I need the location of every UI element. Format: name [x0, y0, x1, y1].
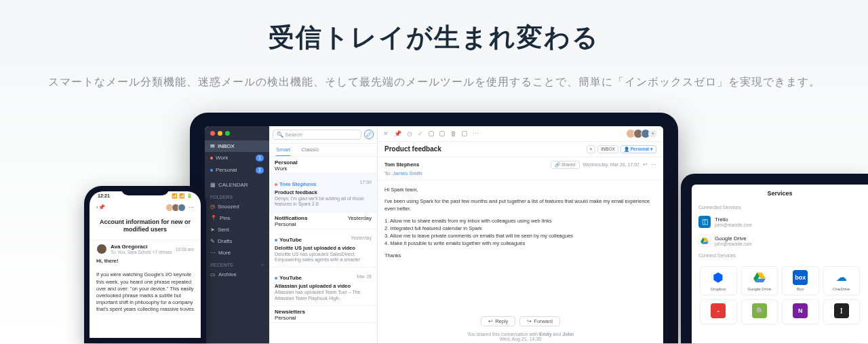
sidebar-snoozed[interactable]: ◷Snoozed — [205, 201, 269, 212]
draft-icon: ✎ — [210, 238, 215, 244]
remove-tag-button[interactable]: × — [587, 145, 596, 153]
sidebar-archive[interactable]: ▭Archive — [205, 269, 269, 280]
close-icon[interactable]: ✕ — [383, 130, 389, 137]
unread-dot-icon — [275, 277, 277, 280]
compose-button[interactable] — [364, 130, 374, 139]
tablet-frame: Services Connected Services ◫ Trellojohn… — [681, 174, 868, 343]
more-icon[interactable]: ⋯ — [473, 130, 479, 137]
more-icon[interactable]: ⋯ — [651, 161, 656, 168]
sidebar-item-label: CALENDAR — [218, 182, 248, 188]
group-personal[interactable]: PersonalWork — [269, 157, 377, 174]
phone-frame: 12:21 📶 📶 🔋 ‹ 📌 ⋯ Account information fo… — [84, 186, 206, 343]
service-name: Trello — [715, 216, 752, 223]
more-icon: ⋯ — [210, 250, 216, 256]
sidebar-item-label: Snoozed — [218, 204, 239, 210]
instapaper-icon: I — [834, 303, 849, 318]
more-icon[interactable]: ⋯ — [189, 204, 194, 210]
close-icon[interactable] — [210, 131, 215, 136]
email-body: Hi Spark team, I've been using Spark for… — [378, 180, 663, 313]
sidebar-inbox[interactable]: ✉INBOX — [205, 140, 269, 152]
message-item[interactable]: YouTubeYesterday Deloitte US just upload… — [269, 229, 377, 268]
message-time: Yesterday — [351, 235, 372, 240]
recipient-link[interactable]: James Smith — [393, 170, 422, 176]
google-drive-icon — [698, 235, 711, 247]
message-subject: Product feedback — [275, 189, 372, 195]
trash-icon[interactable]: 🗑 — [450, 130, 456, 137]
sidebar-item-label: INBOX — [218, 143, 235, 149]
check-icon[interactable]: ✓ — [418, 130, 423, 137]
sidebar-drafts[interactable]: ✎Drafts — [205, 235, 269, 247]
message-item[interactable]: Tom Stephens17:09 Product feedback Denys… — [269, 174, 377, 212]
connect-service[interactable]: I — [823, 299, 861, 324]
message-preview: Denys: I'm glad we'll be adding all of t… — [275, 196, 372, 208]
snooze-icon[interactable]: ◷ — [407, 130, 412, 137]
collaborator-avatars[interactable] — [167, 204, 186, 212]
connect-onedrive[interactable]: ☁OneDrive — [823, 266, 861, 295]
sidebar-item-label: Sent — [218, 227, 229, 233]
unread-dot-icon — [275, 183, 277, 186]
avatar — [178, 204, 186, 212]
laptop-frame: ✉INBOX Work 1 Personal 1 ▦CALENDAR Folde… — [190, 113, 678, 343]
tag-personal[interactable]: 👤 Personal ▾ — [620, 145, 656, 153]
sidebar-work[interactable]: Work 1 — [205, 152, 269, 164]
message-time: Mar 28 — [357, 274, 372, 279]
forward-icon: ↪ — [527, 318, 532, 324]
pocket-icon: ⌄ — [711, 303, 726, 318]
dropbox-icon: ⬢ — [711, 270, 726, 285]
calendar-icon: ▦ — [210, 182, 216, 188]
pin-icon[interactable]: 📌 — [98, 204, 105, 210]
add-collaborator-button[interactable]: + — [648, 129, 658, 138]
box-icon: box — [793, 270, 808, 285]
tab-smart[interactable]: Smart — [276, 147, 290, 156]
detail-date: Wednesday, Mar 28, 17:07 — [583, 162, 639, 167]
move-icon[interactable] — [439, 131, 445, 136]
reply-icon: ↩ — [488, 318, 493, 324]
connect-box[interactable]: boxBox — [782, 266, 819, 295]
message-item[interactable]: YouTubeMar 28 Atlassian just uploaded a … — [269, 267, 377, 306]
badge: 1 — [256, 167, 264, 174]
shared-badge[interactable]: 🔗Shared — [551, 161, 580, 169]
onedrive-icon: ☁ — [834, 270, 849, 285]
reply-icon[interactable]: ↩ — [643, 161, 648, 168]
service-google-drive[interactable]: Google Drivejohn@readdle.com — [692, 231, 868, 250]
message-preview: Deloitte US has uploaded SalesDirect: Em… — [275, 252, 372, 263]
share-footer: You shared this conversation with Emily … — [378, 330, 663, 343]
sidebar-sent[interactable]: ➤Sent — [205, 224, 269, 235]
clock-icon: ◷ — [210, 204, 215, 210]
collaborator-avatars[interactable]: + — [628, 129, 658, 138]
connect-service[interactable]: ⌄ — [700, 299, 737, 324]
sidebar-personal[interactable]: Personal 1 — [205, 164, 269, 176]
tab-classic[interactable]: Classic — [301, 147, 319, 156]
pin-icon[interactable]: 📌 — [394, 130, 401, 137]
archive-icon[interactable] — [429, 131, 434, 136]
connect-dropbox[interactable]: ⬢Dropbox — [700, 266, 737, 295]
unread-dot-icon — [275, 239, 277, 242]
connect-service[interactable]: N — [782, 299, 819, 324]
group-notifications[interactable]: NotificationsPersonalYesterday — [269, 212, 377, 229]
google-drive-icon — [752, 270, 767, 285]
tag-inbox[interactable]: INBOX — [597, 145, 618, 153]
forward-button[interactable]: ↪Forward — [519, 316, 560, 326]
badge: 1 — [256, 155, 264, 161]
service-email: john@readdle.com — [715, 223, 752, 227]
phone-message[interactable]: Ava Gregoraci To: You, Sara Scholz +7 dr… — [90, 240, 201, 316]
window-controls[interactable] — [205, 126, 269, 140]
reply-button[interactable]: ↩Reply — [481, 316, 515, 326]
status-icons: 📶 📶 🔋 — [172, 193, 193, 199]
service-name: Google Drive — [715, 235, 752, 242]
avatar — [96, 244, 107, 254]
sidebar-calendar[interactable]: ▦CALENDAR — [205, 179, 269, 191]
folder-icon[interactable] — [462, 131, 467, 136]
group-newsletters[interactable]: NewslettersPersonal — [269, 306, 377, 323]
sidebar-more[interactable]: ⋯More — [205, 247, 269, 259]
minimize-icon[interactable] — [218, 131, 222, 136]
sidebar-item-label: Personal — [216, 167, 237, 173]
sidebar-pins[interactable]: 📍Pins — [205, 212, 269, 224]
section-connect: Connect Services — [692, 250, 868, 261]
service-trello[interactable]: ◫ Trellojohn@readdle.com — [692, 212, 868, 231]
search-input[interactable]: 🔍 Search — [273, 130, 361, 140]
maximize-icon[interactable] — [225, 131, 230, 136]
collapse-icon[interactable]: − — [261, 263, 264, 267]
connect-google-drive[interactable]: Google Drive — [741, 266, 778, 295]
connect-service[interactable]: 🐘 — [741, 299, 778, 324]
